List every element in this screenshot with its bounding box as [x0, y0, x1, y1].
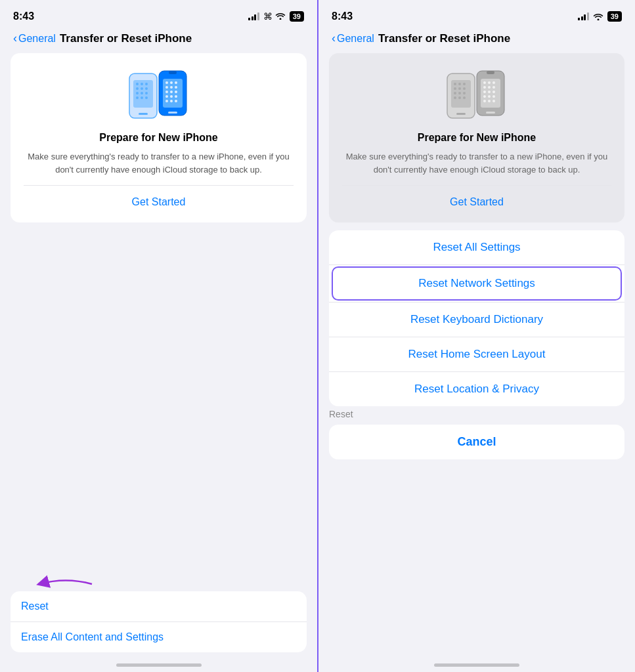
- svg-point-62: [483, 95, 486, 98]
- svg-point-10: [141, 92, 143, 94]
- status-icons-right: 39: [578, 11, 622, 22]
- svg-point-43: [454, 92, 456, 94]
- svg-point-53: [483, 81, 486, 84]
- status-icons-left: ⌘ 39: [248, 11, 304, 22]
- svg-point-14: [145, 96, 148, 99]
- svg-point-26: [170, 91, 173, 93]
- svg-point-12: [136, 96, 139, 99]
- svg-point-63: [488, 95, 491, 98]
- svg-point-24: [175, 86, 177, 89]
- svg-point-56: [483, 86, 486, 89]
- svg-point-57: [488, 86, 491, 89]
- svg-point-66: [488, 100, 491, 102]
- status-time-left: 8:43: [13, 10, 34, 22]
- status-time-right: 8:43: [332, 10, 353, 22]
- prepare-card-left: Prepare for New iPhone Make sure everyth…: [11, 53, 307, 222]
- svg-point-61: [493, 91, 495, 93]
- svg-point-8: [145, 87, 148, 90]
- wifi-icon-right: [593, 12, 603, 20]
- nav-bar-right: ‹ General Transfer or Reset iPhone: [318, 29, 635, 53]
- reset-network-settings-item[interactable]: Reset Network Settings: [332, 266, 622, 301]
- reset-keyboard-dictionary-item[interactable]: Reset Keyboard Dictionary: [329, 302, 624, 337]
- phone-transfer-icon-right: [441, 66, 513, 125]
- back-button-right[interactable]: ‹ General: [332, 32, 374, 45]
- svg-point-5: [145, 83, 148, 85]
- cancel-button[interactable]: Cancel: [457, 435, 496, 448]
- reset-location-privacy-item[interactable]: Reset Location & Privacy: [329, 372, 624, 406]
- svg-point-54: [488, 81, 491, 84]
- prepare-card-right: Prepare for New iPhone Make sure everyth…: [329, 53, 624, 222]
- svg-point-20: [170, 81, 173, 84]
- erase-list-item[interactable]: Erase All Content and Settings: [11, 622, 307, 652]
- home-indicator-left: [116, 663, 202, 667]
- signal-icon-left: [248, 12, 259, 20]
- svg-rect-18: [169, 71, 177, 74]
- cancel-button-container: Cancel: [329, 425, 624, 459]
- back-button-left[interactable]: ‹ General: [13, 32, 56, 45]
- svg-point-22: [165, 86, 168, 89]
- svg-point-47: [458, 96, 461, 99]
- reset-label-text: Reset: [21, 600, 49, 612]
- svg-point-67: [493, 100, 495, 102]
- svg-rect-17: [168, 112, 177, 114]
- battery-badge-right: 39: [607, 11, 622, 22]
- svg-point-40: [454, 87, 456, 90]
- arrow-annotation: [33, 574, 105, 595]
- svg-point-44: [458, 92, 461, 94]
- partial-reset-label: Reset: [329, 409, 624, 419]
- wifi-icon-left: ⌘: [263, 11, 286, 22]
- reset-menu: Reset All Settings Reset Network Setting…: [329, 230, 624, 406]
- nav-title-right: Transfer or Reset iPhone: [378, 32, 510, 45]
- svg-point-3: [136, 83, 139, 85]
- nav-back-label-left[interactable]: General: [18, 33, 56, 45]
- svg-point-45: [463, 92, 466, 94]
- prepare-card-desc-left: Make sure everything's ready to transfer…: [24, 150, 294, 176]
- reset-home-screen-layout-item[interactable]: Reset Home Screen Layout: [329, 337, 624, 372]
- prepare-card-title-left: Prepare for New iPhone: [99, 132, 218, 144]
- svg-point-28: [165, 95, 168, 98]
- card-divider-right: [342, 185, 611, 186]
- svg-point-30: [175, 95, 177, 98]
- phone-transfer-icon-left: [123, 66, 195, 125]
- svg-point-58: [493, 86, 495, 89]
- svg-point-33: [175, 100, 177, 102]
- prepare-card-desc-right: Make sure everything's ready to transfer…: [342, 150, 611, 176]
- svg-point-13: [141, 96, 143, 99]
- svg-point-37: [454, 83, 456, 85]
- svg-point-11: [145, 92, 148, 94]
- home-indicator-right: [434, 663, 519, 667]
- svg-point-29: [170, 95, 173, 98]
- svg-point-21: [175, 81, 177, 84]
- svg-point-32: [170, 100, 173, 102]
- chevron-left-icon-left: ‹: [13, 32, 17, 45]
- svg-point-65: [483, 100, 486, 102]
- nav-bar-left: ‹ General Transfer or Reset iPhone: [0, 29, 317, 53]
- svg-rect-51: [486, 112, 495, 114]
- reset-list-item[interactable]: Reset: [11, 591, 307, 622]
- get-started-button-right[interactable]: Get Started: [450, 195, 504, 209]
- nav-title-left: Transfer or Reset iPhone: [60, 32, 192, 45]
- svg-point-42: [463, 87, 466, 90]
- svg-point-64: [493, 95, 495, 98]
- svg-point-6: [136, 87, 139, 90]
- nav-back-label-right[interactable]: General: [337, 33, 374, 45]
- svg-rect-2: [139, 113, 148, 115]
- prepare-card-title-right: Prepare for New iPhone: [418, 132, 536, 144]
- right-panel: 8:43 39 ‹ General Transfer or Reset iPho…: [318, 0, 635, 672]
- bottom-section-left: Reset Erase All Content and Settings: [0, 581, 317, 652]
- get-started-button-left[interactable]: Get Started: [132, 195, 186, 209]
- svg-point-25: [165, 91, 168, 93]
- svg-rect-36: [456, 113, 466, 115]
- svg-point-23: [170, 86, 173, 89]
- svg-point-46: [454, 96, 456, 99]
- svg-point-48: [463, 96, 466, 99]
- svg-point-7: [141, 87, 143, 90]
- chevron-left-icon-right: ‹: [332, 32, 336, 45]
- svg-point-38: [458, 83, 461, 85]
- svg-point-19: [165, 81, 168, 84]
- svg-point-55: [493, 81, 495, 84]
- reset-all-settings-item[interactable]: Reset All Settings: [329, 230, 624, 265]
- signal-icon-right: [578, 12, 589, 20]
- svg-point-60: [488, 91, 491, 93]
- left-panel: 8:43 ⌘ 39 ‹ General Trans: [0, 0, 317, 672]
